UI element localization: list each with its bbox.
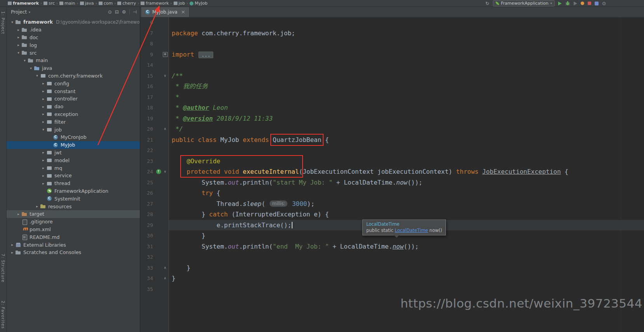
code-text[interactable]: import ... [169, 49, 213, 60]
code-text[interactable]: * 我的任务 [169, 81, 208, 92]
tree-arrow[interactable]: ▸ [40, 97, 46, 101]
tree-arrow[interactable]: ▾ [40, 128, 46, 131]
tree-item-log[interactable]: ▸log [6, 41, 140, 49]
fold-marker[interactable]: ∧ [164, 124, 166, 135]
tree-arrow[interactable]: ▸ [16, 35, 21, 39]
code-text[interactable]: } [169, 230, 205, 241]
tree-arrow[interactable]: ▾ [22, 59, 28, 62]
tree-item-target[interactable]: ▸target [6, 210, 140, 218]
hide-panel-icon[interactable]: ⊣ [133, 9, 137, 15]
tree-item-exception[interactable]: ▸exception [6, 111, 140, 118]
code-text[interactable]: } [169, 263, 190, 273]
line-number[interactable]: 17 [140, 92, 155, 103]
line-number[interactable]: 8 [140, 38, 155, 49]
breadcrumb-item-main[interactable]: main [59, 1, 76, 6]
tree-arrow[interactable]: ▸ [40, 120, 46, 124]
tool-button-project[interactable]: 1: Project [1, 11, 5, 34]
tree-arrow[interactable]: ▾ [28, 66, 34, 70]
breadcrumb-item-cherry[interactable]: cherry [117, 1, 137, 6]
tree-item-resources[interactable]: ▸resources [6, 202, 140, 210]
line-number[interactable]: 18 [140, 102, 155, 113]
code-text[interactable]: @Override [169, 156, 220, 167]
code-editor[interactable]: 67package com.cherry.framework.job;89+im… [140, 17, 644, 332]
line-number[interactable]: 25 [140, 177, 155, 188]
tree-item-dao[interactable]: ▸dao [6, 103, 140, 111]
tree-arrow[interactable]: ▸ [16, 28, 21, 32]
code-text[interactable] [169, 17, 172, 28]
breadcrumb-item-job[interactable]: job [173, 1, 186, 6]
stop-button[interactable] [588, 2, 591, 5]
line-number[interactable]: 33 [140, 263, 155, 273]
run-config-select[interactable]: FrameworkApplication ▾ [493, 0, 555, 7]
tree-item-scratches-and-consoles[interactable]: ▸Scratches and Consoles [6, 249, 140, 256]
line-number[interactable]: 34 [140, 273, 155, 284]
tree-arrow[interactable]: ▾ [9, 20, 15, 24]
code-text[interactable] [169, 60, 172, 71]
code-text[interactable]: System.out.println("end My Job: " + Loca… [169, 241, 419, 252]
tree-item-readme-md[interactable]: README.md [6, 233, 140, 241]
run-button[interactable] [558, 2, 562, 5]
tree-item-src[interactable]: ▾src [6, 49, 140, 57]
tree-arrow[interactable]: ▸ [9, 243, 15, 247]
code-text[interactable] [169, 252, 172, 263]
project-view-select[interactable]: Project ▾ [11, 9, 30, 15]
tree-arrow[interactable]: ▸ [16, 212, 21, 216]
code-text[interactable]: } [169, 273, 176, 284]
line-number[interactable]: 22 [140, 145, 155, 156]
code-text[interactable]: package com.cherry.framework.job; [169, 28, 295, 39]
fold-marker[interactable]: + [163, 52, 168, 57]
tree-arrow[interactable]: ▾ [34, 74, 40, 78]
line-number[interactable]: 16 [140, 81, 155, 92]
coverage-button[interactable] [574, 2, 577, 5]
tool-button-favorites[interactable]: 2: Favorites [1, 301, 5, 329]
override-method-icon[interactable]: ↑ [156, 169, 161, 174]
code-text[interactable]: * @version 2018/9/12 11:33 [169, 113, 273, 124]
code-text[interactable] [169, 38, 172, 49]
tree-item-java[interactable]: ▾java [6, 64, 140, 72]
breadcrumb-item-com[interactable]: com [98, 1, 114, 6]
tree-item-frameworkapplication[interactable]: FrameworkApplication [6, 187, 140, 195]
tree-arrow[interactable]: ▸ [40, 182, 46, 185]
tree-item-controller[interactable]: ▸controller [6, 95, 140, 103]
tree-item-jwt[interactable]: ▸jwt [6, 149, 140, 157]
tree-item-com-cherry-framework[interactable]: ▾com.cherry.framework [6, 72, 140, 80]
code-text[interactable]: e.printStackTrace(); [169, 220, 292, 231]
fold-marker[interactable]: ∧ [164, 263, 166, 273]
tree-item-pom-xml[interactable]: pom.xml [6, 226, 140, 233]
code-text[interactable]: Thread.sleep( millis: 3000); [169, 199, 315, 209]
tree-arrow[interactable]: ▾ [16, 51, 21, 55]
line-number[interactable]: 20 [140, 124, 155, 135]
line-number[interactable]: 29 [140, 220, 155, 231]
debug-button[interactable] [565, 1, 570, 6]
code-text[interactable]: System.out.println("start My Job: " + Lo… [169, 177, 422, 188]
tree-arrow[interactable]: ▸ [16, 43, 21, 47]
code-text[interactable]: protected void executeInternal(JobExecut… [169, 166, 568, 177]
breadcrumb-item-myjob[interactable]: MyJob [189, 1, 208, 6]
tree-arrow[interactable]: ▸ [40, 166, 46, 170]
tree-item-job[interactable]: ▾job [6, 126, 140, 133]
fold-marker[interactable]: ∨ [164, 166, 166, 177]
sync-icon[interactable]: ↻ [486, 1, 489, 6]
tree-item-framework[interactable]: ▾frameworkD:\gyoomi\idea-workspace2\fram… [6, 18, 140, 26]
tree-item-service[interactable]: ▸service [6, 172, 140, 180]
tree-arrow[interactable]: ▸ [34, 204, 40, 208]
tree-item-main[interactable]: ▾main [6, 57, 140, 64]
tree-item-constant[interactable]: ▸constant [6, 87, 140, 95]
fold-marker[interactable]: ∧ [164, 273, 166, 284]
type-link[interactable]: LocalDateTime [395, 228, 428, 233]
code-text[interactable]: public class MyJob extends QuartzJobBean… [169, 135, 329, 145]
tree-arrow[interactable]: ▸ [40, 150, 46, 154]
line-number[interactable]: 31 [140, 241, 155, 252]
tree-item-external-libraries[interactable]: ▸External Libraries [6, 241, 140, 249]
tree-item-doc[interactable]: ▸doc [6, 34, 140, 42]
tree-item-mycronjob[interactable]: MyCronJob [6, 133, 140, 141]
tree-item-model[interactable]: ▸model [6, 156, 140, 164]
line-number[interactable]: 26 [140, 188, 155, 199]
line-number[interactable]: 27 [140, 199, 155, 209]
line-number[interactable]: 6 [140, 17, 155, 28]
tool-button-structure[interactable]: 7: Structure [1, 254, 5, 282]
tree-arrow[interactable]: ▸ [40, 112, 46, 116]
line-number[interactable]: 7 [140, 28, 155, 39]
code-text[interactable]: */ [169, 124, 183, 135]
settings-gear-icon[interactable]: ⚙ [122, 9, 126, 15]
